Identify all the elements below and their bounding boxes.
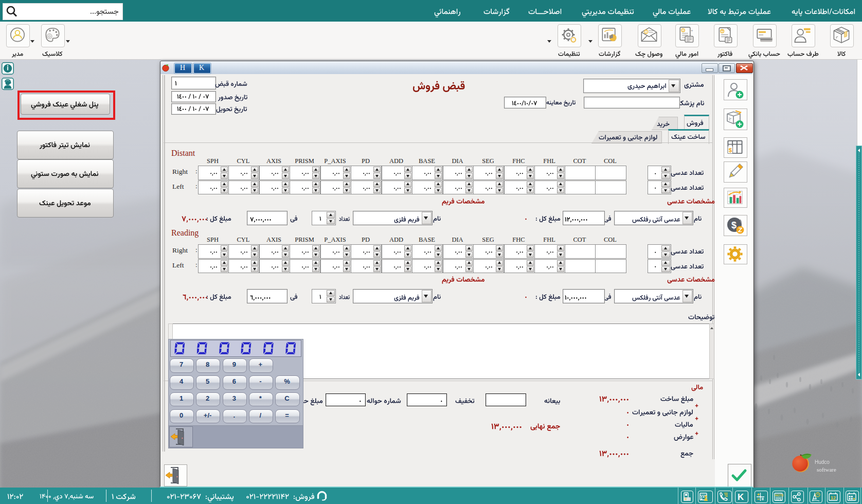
svg-text:12: 12 [831,495,836,500]
svg-text:K: K [738,492,744,502]
svg-text:$: $ [731,220,737,230]
svg-text:+: + [691,28,693,33]
svg-text:NOTE: NOTE [775,493,784,496]
svg-text:$: $ [729,147,732,153]
